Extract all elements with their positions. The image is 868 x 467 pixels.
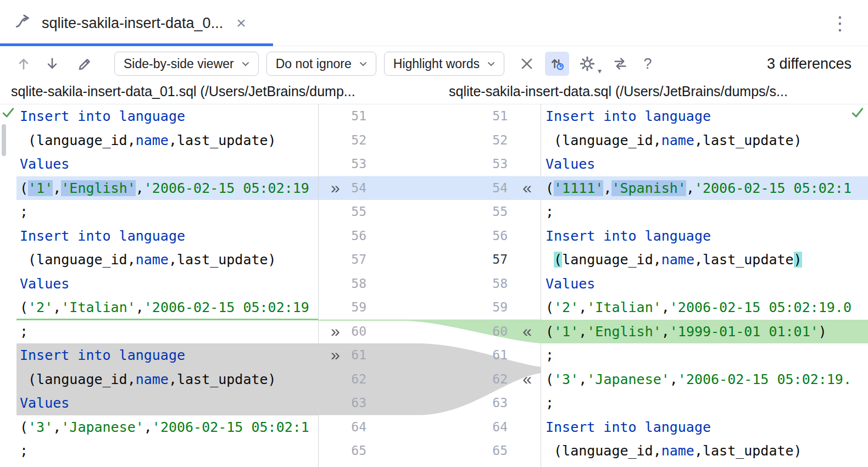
ignore-policy-dropdown[interactable]: Do not ignore (266, 52, 376, 76)
code-token: 'English' (587, 324, 661, 340)
right-code-line-60[interactable]: ('1','English','1999-01-01 01:01') (541, 320, 868, 344)
viewer-mode-dropdown[interactable]: Side-by-side viewer (114, 52, 259, 76)
inspections-ok-icon-left[interactable] (1, 105, 15, 122)
right-code-line-65[interactable]: (language_id,name,last_update) (541, 439, 868, 463)
diff-pane-left[interactable]: Insert into language (language_id,name,l… (0, 104, 319, 467)
left-code-line-64[interactable]: ('3','Japanese','2006-02-15 05:02:1 (16, 415, 318, 440)
right-code-line-62[interactable]: ('3','Japanese','2006-02-15 05:02:19. (541, 368, 868, 392)
differences-count: 3 differences (767, 55, 852, 73)
right-code-line-56[interactable]: Insert into language (541, 224, 868, 248)
code-token: (language_id, (20, 252, 136, 268)
code-token: ( (546, 371, 554, 387)
diff-pane-right[interactable]: Insert into language (language_id,name,l… (541, 104, 868, 467)
right-code-line-54[interactable]: ('1111','Spanish','2006-02-15 05:02:1 (541, 176, 868, 201)
highlight-mode-dropdown[interactable]: Highlight words (384, 52, 504, 76)
kebab-menu-icon[interactable]: ⋮ (831, 12, 849, 34)
left-code-line-56[interactable]: Insert into language (16, 224, 318, 248)
apply-change-right-chevron[interactable]: » (331, 343, 340, 366)
code-token: '1' (28, 180, 53, 196)
gutter-row-56: 5656 (319, 224, 541, 248)
left-code-line-58[interactable]: Values (16, 272, 318, 296)
code-token: '1' (554, 324, 578, 340)
edit-pencil-icon[interactable] (75, 53, 96, 74)
code-token: ( (554, 252, 562, 268)
right-code-line-58[interactable]: Values (541, 272, 868, 296)
apply-change-left-chevron[interactable]: « (522, 320, 532, 343)
collapse-unchanged-icon[interactable] (516, 53, 537, 74)
right-line-number: 61 (492, 343, 508, 368)
left-line-number: 62 (351, 368, 366, 392)
code-token: ; (546, 395, 554, 411)
chevron-down-icon (487, 62, 495, 66)
right-line-number: 60 (492, 320, 508, 344)
code-token: ,last_update) (169, 252, 276, 268)
right-code-line-52[interactable]: (language_id,name,last_update) (541, 129, 868, 153)
code-token: , (53, 180, 61, 196)
left-scrollbar-thumb[interactable] (2, 124, 6, 156)
code-token: '1999-01-01 01:01' (670, 324, 819, 340)
swap-sides-icon[interactable] (610, 53, 631, 74)
code-token: name (661, 443, 694, 459)
left-line-number: 56 (351, 224, 366, 248)
right-code-line-53[interactable]: Values (541, 152, 868, 176)
code-token: , (144, 419, 152, 435)
gutter-row-62: 6262« (319, 368, 541, 392)
apply-change-left-chevron[interactable]: « (522, 176, 532, 199)
code-token: ; (546, 347, 554, 363)
code-token: ; (20, 324, 28, 340)
left-code-line-63[interactable]: Values (16, 391, 318, 415)
right-code-line-57[interactable]: (language_id,name,last_update) (541, 248, 868, 272)
synchronize-scrolling-toggle[interactable] (545, 52, 569, 76)
left-file-path: sqlite-sakila-insert-data_01.sql (/Users… (11, 84, 410, 99)
left-code-line-54[interactable]: ('1','English','2006-02-15 05:02:19 (16, 176, 318, 201)
code-token: '2006-02-15 05:02:19.0 (670, 299, 852, 315)
left-code-line-61[interactable]: Insert into language (16, 343, 318, 368)
apply-change-right-chevron[interactable]: » (331, 176, 340, 199)
settings-gear-icon[interactable]: ▾ (577, 53, 598, 74)
right-file-path: sqlite-sakila-insert-data.sql (/Users/Je… (449, 84, 864, 99)
previous-difference-button[interactable] (13, 53, 34, 74)
code-token: ,last_update) (694, 132, 802, 148)
gutter-row-65: 6565 (319, 439, 541, 463)
diff-toolbar: Side-by-side viewer Do not ignore Highli… (0, 46, 868, 81)
left-line-number: 53 (351, 152, 366, 176)
code-token: Insert into language (20, 228, 185, 244)
code-token: '2006-02-15 05:02:19. (678, 371, 852, 387)
right-code-line-61[interactable]: ; (541, 343, 868, 368)
apply-change-right-chevron[interactable]: » (331, 320, 340, 343)
right-code-line-55[interactable]: ; (541, 200, 868, 224)
inspections-ok-icon-right[interactable] (850, 105, 865, 122)
help-icon[interactable]: ? (638, 55, 657, 73)
diff-tab[interactable]: sqlite-sakila-insert-data_0... × (0, 0, 246, 46)
right-code-line-64[interactable]: Insert into language (541, 415, 868, 440)
gutter-row-57: 5757 (319, 248, 541, 272)
code-token: , (53, 299, 61, 315)
right-code-line-51[interactable]: Insert into language (541, 104, 868, 129)
code-token: Insert into language (546, 228, 711, 244)
left-code-line-55[interactable]: ; (16, 200, 318, 224)
code-token: '2006-02-15 05:02:1 (694, 180, 852, 196)
left-code-line-51[interactable]: Insert into language (16, 104, 318, 129)
code-token: ; (20, 443, 28, 459)
left-code-line-57[interactable]: (language_id,name,last_update) (16, 248, 318, 272)
right-line-number: 55 (492, 200, 508, 224)
right-code-line-63[interactable]: ; (541, 391, 868, 415)
code-token: ,last_update) (169, 132, 276, 148)
code-token: 'Japanese' (587, 371, 670, 387)
code-token: ( (20, 299, 28, 315)
left-code-line-53[interactable]: Values (16, 152, 318, 176)
close-icon[interactable]: × (236, 15, 246, 31)
code-token: Insert into language (20, 108, 185, 124)
left-code-line-60[interactable]: ; (16, 320, 318, 344)
apply-change-left-chevron[interactable]: « (522, 368, 532, 391)
code-token: ( (546, 324, 554, 340)
left-code-line-65[interactable]: ; (16, 439, 318, 463)
right-code-line-59[interactable]: ('2','Italian','2006-02-15 05:02:19.0 (541, 296, 868, 320)
left-code-line-52[interactable]: (language_id,name,last_update) (16, 129, 318, 153)
left-code-line-59[interactable]: ('2','Italian','2006-02-15 05:02:19 (16, 296, 318, 320)
gutter-row-60: »6060« (319, 320, 541, 344)
next-difference-button[interactable] (42, 53, 63, 74)
left-code-line-62[interactable]: (language_id,name,last_update) (16, 368, 318, 392)
code-token: , (661, 299, 670, 315)
code-token: Values (546, 276, 595, 292)
